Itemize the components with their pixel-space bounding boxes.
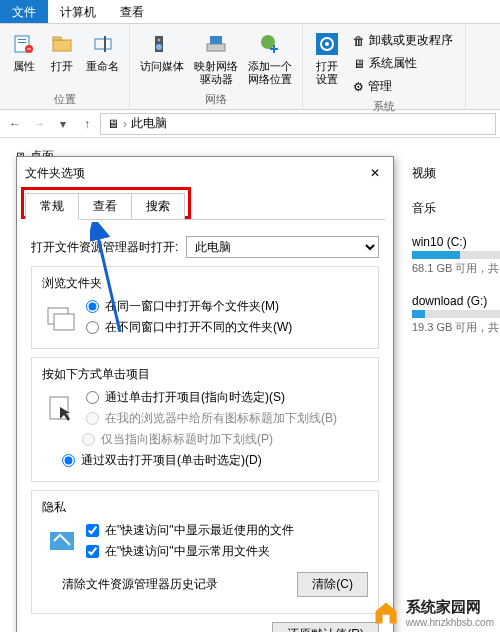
btn-opensettings[interactable]: 打开 设置: [309, 28, 345, 99]
click-title: 按如下方式单击项目: [42, 366, 368, 383]
btn-manage[interactable]: ⚙管理: [349, 76, 457, 97]
open-label: 打开文件资源管理器时打开:: [31, 239, 178, 256]
btn-properties[interactable]: 属性: [6, 28, 42, 92]
folder-options-dialog: 文件夹选项 ✕ 常规 查看 搜索 打开文件资源管理器时打开: 此电脑 浏览文件夹…: [16, 156, 394, 632]
rename-icon: [89, 30, 117, 58]
open-select[interactable]: 此电脑: [186, 236, 379, 258]
svg-rect-21: [54, 314, 74, 330]
watermark-url: www.hnzkhbsb.com: [406, 617, 494, 628]
close-button[interactable]: ✕: [365, 163, 385, 183]
group-label-network: 网络: [205, 92, 227, 107]
dialog-tabs: 常规 查看 搜索: [25, 193, 385, 220]
tab-view-opt[interactable]: 查看: [78, 193, 132, 219]
properties-icon: [10, 30, 38, 58]
restore-defaults-button[interactable]: 还原默认值(R): [272, 622, 379, 632]
radio-underline-hover: [82, 433, 95, 446]
btn-addloc[interactable]: 添加一个 网络位置: [244, 28, 296, 92]
clear-label: 清除文件资源管理器历史记录: [62, 576, 289, 593]
folder-video[interactable]: 视频: [412, 165, 500, 182]
tab-search[interactable]: 搜索: [131, 193, 185, 219]
ribbon-group-location: 属性 打开 重命名 位置: [0, 24, 130, 109]
folder-music[interactable]: 音乐: [412, 200, 500, 217]
settings-icon: [313, 30, 341, 58]
browse-title: 浏览文件夹: [42, 275, 368, 292]
path-text: 此电脑: [131, 115, 167, 132]
group-label-location: 位置: [54, 92, 76, 107]
drive-c[interactable]: win10 (C:) 68.1 GB 可用，共: [412, 235, 500, 276]
ribbon: 属性 打开 重命名 位置 访问媒体 映射网络 驱动器: [0, 24, 500, 110]
watermark-logo-icon: [372, 599, 400, 627]
svg-rect-8: [104, 36, 106, 52]
check-recent-files[interactable]: [86, 524, 99, 537]
radio-same-window[interactable]: [86, 300, 99, 313]
btn-sysprops[interactable]: 🖥系统属性: [349, 53, 457, 74]
svg-point-14: [261, 35, 275, 49]
group-click: 按如下方式单击项目 通过单击打开项目(指向时选定)(S) 在我的浏览器中给所有图…: [31, 357, 379, 482]
nav-fwd[interactable]: →: [28, 113, 50, 135]
computer-icon: 🖥: [107, 117, 119, 131]
svg-rect-23: [50, 532, 74, 550]
nav-path[interactable]: 🖥 › 此电脑: [100, 113, 496, 135]
tab-general[interactable]: 常规: [25, 193, 79, 220]
dialog-body: 打开文件资源管理器时打开: 此电脑 浏览文件夹 在同一窗口中打开每个文件夹(M)…: [17, 220, 393, 632]
drive-g-bar: [412, 310, 500, 318]
btn-mapdrive[interactable]: 映射网络 驱动器: [190, 28, 242, 92]
dialog-title-text: 文件夹选项: [25, 165, 85, 182]
media-icon: [148, 30, 176, 58]
svg-point-19: [325, 42, 329, 46]
svg-point-11: [156, 44, 162, 50]
check-freq-folders[interactable]: [86, 545, 99, 558]
btn-open[interactable]: 打开: [44, 28, 80, 92]
tab-file[interactable]: 文件: [0, 0, 48, 23]
uninstall-icon: 🗑: [353, 34, 365, 48]
nav-back[interactable]: ←: [4, 113, 26, 135]
svg-rect-1: [18, 39, 26, 40]
svg-rect-12: [207, 44, 225, 51]
ribbon-group-network: 访问媒体 映射网络 驱动器 添加一个 网络位置 网络: [130, 24, 303, 109]
btn-media[interactable]: 访问媒体: [136, 28, 188, 92]
svg-rect-2: [18, 42, 26, 43]
svg-rect-6: [53, 37, 61, 40]
svg-rect-4: [27, 49, 31, 50]
manage-icon: ⚙: [353, 80, 364, 94]
drive-g[interactable]: download (G:) 19.3 GB 可用，共: [412, 294, 500, 335]
radio-double-click[interactable]: [62, 454, 75, 467]
addloc-icon: [256, 30, 284, 58]
clear-button[interactable]: 清除(C): [297, 572, 368, 597]
privacy-title: 隐私: [42, 499, 368, 516]
nav-history[interactable]: ▾: [52, 113, 74, 135]
ribbon-group-system: 打开 设置 🗑卸载或更改程序 🖥系统属性 ⚙管理 系统: [303, 24, 466, 109]
mapdrive-icon: [202, 30, 230, 58]
radio-underline-all: [86, 412, 99, 425]
tab-view[interactable]: 查看: [108, 0, 156, 23]
tab-computer[interactable]: 计算机: [48, 0, 108, 23]
watermark: 系统家园网 www.hnzkhbsb.com: [372, 598, 494, 628]
svg-point-10: [158, 39, 161, 42]
open-icon: [48, 30, 76, 58]
nav-up[interactable]: ↑: [76, 113, 98, 135]
ribbon-tabs: 文件 计算机 查看: [0, 0, 500, 24]
btn-rename[interactable]: 重命名: [82, 28, 123, 92]
nav-bar: ← → ▾ ↑ 🖥 › 此电脑: [0, 110, 500, 138]
group-browse: 浏览文件夹 在同一窗口中打开每个文件夹(M) 在不同窗口中打开不同的文件夹(W): [31, 266, 379, 349]
radio-single-click[interactable]: [86, 391, 99, 404]
btn-uninstall[interactable]: 🗑卸载或更改程序: [349, 30, 457, 51]
dialog-titlebar: 文件夹选项 ✕: [17, 157, 393, 189]
watermark-title: 系统家园网: [406, 598, 494, 617]
group-privacy: 隐私 在"快速访问"中显示最近使用的文件 在"快速访问"中显示常用文件夹 清除文…: [31, 490, 379, 614]
radio-diff-window[interactable]: [86, 321, 99, 334]
svg-rect-7: [95, 39, 111, 49]
click-icon: [42, 389, 82, 429]
privacy-icon: [42, 522, 82, 562]
svg-rect-16: [270, 48, 278, 50]
right-content: 视频 音乐 win10 (C:) 68.1 GB 可用，共 download (…: [412, 165, 500, 353]
svg-rect-13: [210, 36, 222, 44]
browse-icon: [42, 298, 82, 338]
svg-rect-5: [53, 40, 71, 51]
drive-c-bar: [412, 251, 500, 259]
sysprops-icon: 🖥: [353, 57, 365, 71]
